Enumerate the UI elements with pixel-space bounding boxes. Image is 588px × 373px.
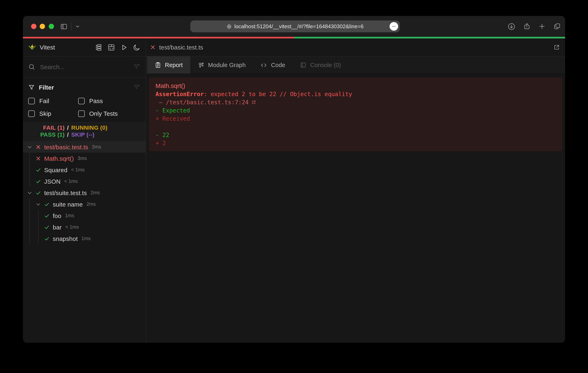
- tree-row[interactable]: foo 1ms: [23, 210, 146, 221]
- tree-row[interactable]: test/basic.test.ts 3ms: [23, 141, 146, 153]
- filter-option-label: Only Tests: [89, 110, 118, 117]
- diff-block: - Expected+ Received - 22+ 2: [156, 106, 556, 147]
- address-bar[interactable]: localhost:51204/__vitest__/#/?file=16484…: [190, 21, 400, 32]
- summary-skip: SKIP (--): [71, 131, 146, 138]
- test-duration: < 1ms: [71, 167, 84, 173]
- browser-window: localhost:51204/__vitest__/#/?file=16484…: [23, 16, 565, 343]
- tree-row[interactable]: Squared < 1ms: [23, 164, 146, 176]
- filter-option-label: Fail: [39, 97, 49, 104]
- tab-console[interactable]: Console (0): [293, 56, 348, 74]
- test-progress-bar: [23, 37, 565, 38]
- filter-title: Filter: [39, 84, 54, 91]
- test-duration: 1ms: [81, 236, 91, 241]
- file-header: test/basic.test.ts: [146, 38, 565, 56]
- pass-icon: [44, 213, 50, 218]
- search-input[interactable]: [39, 63, 133, 71]
- progress-pass-segment: [294, 37, 565, 38]
- globe-icon: [227, 24, 231, 29]
- new-tab-icon[interactable]: [538, 22, 546, 30]
- downloads-icon[interactable]: [507, 22, 515, 31]
- test-name: foo: [53, 212, 61, 219]
- open-in-editor-icon[interactable]: [251, 100, 256, 105]
- diff-line: [156, 123, 556, 131]
- share-icon[interactable]: [523, 22, 531, 30]
- code-icon: [261, 62, 267, 69]
- test-duration: 1ms: [65, 213, 74, 218]
- chevron-down-icon[interactable]: [75, 24, 80, 29]
- tree-indent-guide: [38, 210, 38, 244]
- diff-line: - 22: [156, 131, 556, 139]
- summary-running: RUNNING (0): [71, 124, 146, 131]
- test-name: bar: [53, 224, 62, 230]
- tab-code[interactable]: Code: [253, 56, 293, 74]
- summary-pass: PASS (1): [23, 131, 65, 138]
- fail-icon: [150, 45, 156, 50]
- error-name: AssertionError: [156, 91, 204, 97]
- test-duration: 3ms: [78, 155, 87, 161]
- tree-row[interactable]: bar < 1ms: [23, 221, 146, 233]
- fail-icon: [36, 156, 41, 161]
- test-name: suite name: [53, 201, 83, 207]
- stack-trace-line[interactable]: – /test/basic.test.ts:7:24: [156, 98, 556, 106]
- search-row: [23, 56, 146, 78]
- stack-trace-path: – /test/basic.test.ts:7:24: [156, 98, 249, 106]
- diff-line: - Expected: [156, 106, 556, 114]
- tree-row[interactable]: suite name 2ms: [23, 198, 146, 210]
- filter-option-label: Skip: [39, 110, 51, 117]
- tree-row[interactable]: snapshot 1ms: [23, 233, 146, 244]
- sidebar-toggle-icon[interactable]: [60, 23, 67, 30]
- more-options-button[interactable]: [389, 22, 398, 31]
- chevron-down-icon[interactable]: [27, 190, 32, 195]
- zoom-window-button[interactable]: [49, 24, 54, 29]
- tab-report[interactable]: Report: [147, 56, 190, 74]
- open-in-editor-icon[interactable]: [553, 44, 560, 51]
- error-message: : expected 2 to be 22 // Object.is equal…: [204, 91, 352, 97]
- window-controls: [31, 24, 54, 29]
- filter-option-only-tests[interactable]: Only Tests: [78, 107, 140, 120]
- clear-search-filter-icon[interactable]: [133, 63, 140, 70]
- view-tabs: Report Module Graph Code: [146, 56, 565, 74]
- sidebar-header: Vitest: [23, 38, 146, 56]
- progress-fail-segment: [23, 37, 294, 38]
- filter-option-pass[interactable]: Pass: [78, 94, 140, 107]
- filter-option-skip[interactable]: Skip: [28, 107, 78, 120]
- chevron-down-icon[interactable]: [27, 144, 32, 149]
- console-icon: [300, 62, 306, 68]
- open-file-tab[interactable]: test/basic.test.ts: [150, 44, 203, 51]
- error-panel: Math.sqrt() AssertionError: expected 2 t…: [149, 77, 562, 151]
- close-window-button[interactable]: [31, 24, 36, 29]
- test-name: test/suite.test.ts: [44, 189, 87, 196]
- pass-checkbox[interactable]: [78, 98, 85, 104]
- failed-test-name: Math.sqrt(): [156, 82, 556, 90]
- assertion-error-line: AssertionError: expected 2 to be 22 // O…: [156, 90, 556, 98]
- tree-view-icon[interactable]: [95, 43, 102, 51]
- filter-option-fail[interactable]: Fail: [28, 94, 78, 107]
- minimize-window-button[interactable]: [40, 24, 45, 29]
- dashboard-icon[interactable]: [108, 43, 115, 51]
- run-all-icon[interactable]: [120, 43, 128, 51]
- tree-row[interactable]: Math.sqrt() 3ms: [23, 153, 146, 164]
- test-duration: < 1ms: [65, 224, 79, 230]
- tab-label: Module Graph: [208, 62, 246, 68]
- diff-line: + Received: [156, 114, 556, 123]
- skip-checkbox[interactable]: [28, 110, 35, 117]
- chevron-down-icon[interactable]: [36, 201, 41, 207]
- test-duration: < 1ms: [64, 178, 78, 184]
- tab-overview-icon[interactable]: [553, 22, 561, 30]
- fail-checkbox[interactable]: [28, 98, 35, 104]
- test-name: JSON: [44, 178, 61, 185]
- clear-filter-icon[interactable]: [133, 84, 140, 91]
- only-tests-checkbox[interactable]: [78, 110, 85, 117]
- module-graph-icon: [198, 62, 204, 69]
- test-name: test/basic.test.ts: [44, 143, 88, 150]
- fail-icon: [36, 144, 41, 149]
- report-icon: [155, 62, 161, 68]
- tree-row[interactable]: JSON < 1ms: [23, 176, 146, 187]
- toolbar-divider: [71, 22, 71, 31]
- pass-icon: [36, 167, 41, 172]
- test-name: snapshot: [53, 235, 78, 242]
- test-summary: FAIL (1) / RUNNING (0) PASS (1) / SKIP (…: [23, 122, 146, 141]
- tab-module-graph[interactable]: Module Graph: [190, 56, 253, 74]
- dark-mode-icon[interactable]: [133, 43, 140, 51]
- tree-row[interactable]: test/suite.test.ts 2ms: [23, 187, 146, 198]
